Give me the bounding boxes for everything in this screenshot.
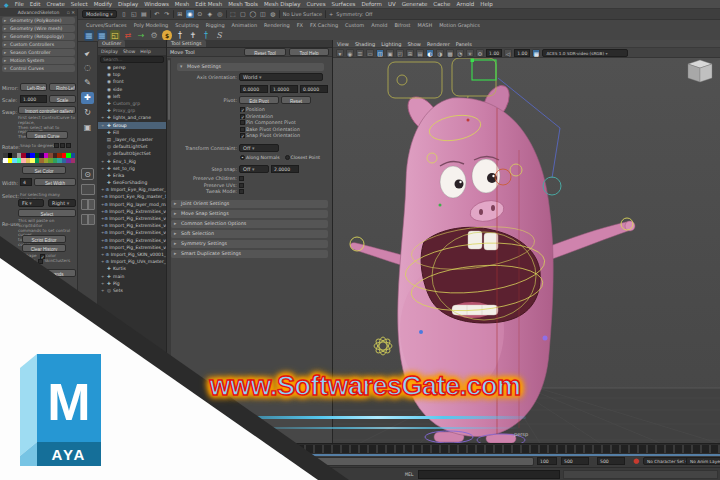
shelf-tool-icon[interactable]: ▦ <box>84 30 94 41</box>
pivot-checkbox[interactable]: Snap Pivot Orientation <box>240 133 300 138</box>
viewport-toolbar-icon[interactable]: ⚙ <box>476 49 484 57</box>
status-icon[interactable] <box>173 10 174 18</box>
playback-end-field[interactable]: 500 <box>561 457 589 465</box>
viewport-menu-item[interactable]: Renderer <box>427 41 450 47</box>
viewport-menu-item[interactable]: Panels <box>456 41 472 47</box>
outliner-item[interactable]: ✚ Erika <box>98 172 166 179</box>
menu-item[interactable]: Mesh <box>175 1 189 7</box>
outliner-item[interactable]: ⊕ Import_Pig_Extremities_v002_ <box>98 237 166 244</box>
pivot-checkbox[interactable]: Position <box>240 107 300 112</box>
collapsible-section[interactable]: Motion System <box>2 57 75 64</box>
script-input[interactable] <box>418 470 560 479</box>
menu-item[interactable]: Edit <box>30 1 41 7</box>
status-icon[interactable]: ⬚ <box>229 10 237 18</box>
mel-label[interactable]: MEL <box>405 472 414 477</box>
anim-layer-selector[interactable]: No Anim Layer <box>686 457 720 465</box>
axis-y-field[interactable]: 1.0000 <box>270 85 298 93</box>
shelf-tab[interactable]: FX Caching <box>310 22 338 28</box>
menu-item[interactable]: Help <box>480 1 493 7</box>
no-live-surface-label[interactable]: No Live Surface <box>283 11 322 17</box>
mirror-right-left-button[interactable]: Right-Left <box>49 83 76 91</box>
preserve-checkbox[interactable] <box>239 176 244 181</box>
symmetry-plus-icon[interactable]: + <box>329 11 333 17</box>
viewport-toolbar-icon[interactable]: ▾ <box>336 49 344 57</box>
exposure-field[interactable]: 1.00 <box>486 49 502 57</box>
character-set-selector[interactable]: No Character Set <box>643 457 691 465</box>
viewport-toolbar-icon[interactable]: ▣ <box>386 49 394 57</box>
status-icon[interactable]: ▢ <box>239 10 247 18</box>
shelf-tab[interactable]: Custom <box>345 22 364 28</box>
status-icon[interactable]: ↶ <box>153 10 161 18</box>
layout-single-pane-button[interactable] <box>81 184 95 195</box>
collapsible-section[interactable]: Season Controller <box>2 49 75 56</box>
move-settings-section[interactable]: Move Settings <box>177 63 324 71</box>
outliner-tab[interactable]: Outliner <box>98 40 125 47</box>
collapsed-section-header[interactable]: Smart Duplicate Settings <box>171 250 328 258</box>
menu-item[interactable]: Curves <box>307 1 326 7</box>
outliner-item[interactable]: ◉ left <box>98 93 166 100</box>
toolbox-tool-icon[interactable]: ✎ <box>81 77 94 89</box>
viewport-toolbar-icon[interactable]: ☀ <box>466 49 474 57</box>
pivot-checkbox[interactable]: Orientation <box>240 114 300 119</box>
collapsed-section-header[interactable]: Common Selection Options <box>171 220 328 228</box>
swap-curve-button[interactable]: Swap Curve <box>26 131 68 139</box>
outliner-menu-item[interactable]: Display <box>101 49 118 54</box>
menu-item[interactable]: Edit Mesh <box>195 1 222 7</box>
pivot-checkbox[interactable]: Bake Pivot Orientation <box>240 127 300 132</box>
symmetry-selector[interactable]: Symmetry: Off <box>336 11 372 17</box>
select-type-dropdown[interactable]: Fk <box>18 199 44 207</box>
outliner-item[interactable]: ⊕ Import_Pig_Extremities_v003_ <box>98 244 166 251</box>
shelf-tab[interactable]: Curves/Surfaces <box>86 22 127 28</box>
menu-item[interactable]: Arnold <box>456 1 474 7</box>
along-normals-radio[interactable]: Along Normals <box>240 155 280 160</box>
outliner-item[interactable]: ✚ Kurtis <box>98 265 166 272</box>
transform-constraint-dropdown[interactable]: Off <box>239 144 279 152</box>
menu-item[interactable]: Surfaces <box>332 1 356 7</box>
outliner-item[interactable]: ✚ Proxy_grp <box>98 107 166 114</box>
viewport-toolbar-icon[interactable]: ◉ <box>346 49 354 57</box>
rotate-z-button[interactable] <box>66 143 71 148</box>
outliner-item[interactable]: ✚ set_to_rig <box>98 165 166 172</box>
collapsed-section-header[interactable]: Joint Orient Settings <box>171 200 328 208</box>
select-side-dropdown[interactable]: Right <box>48 199 76 207</box>
mirror-left-right-button[interactable]: Left-Right <box>20 83 47 91</box>
layout-four-pane-button[interactable] <box>81 214 95 225</box>
outliner-item[interactable]: ✚ Pig <box>98 280 166 287</box>
collapsible-section[interactable]: Control Curves <box>2 65 75 72</box>
set-color-button[interactable]: Set Color <box>22 166 66 174</box>
viewport-toolbar-icon[interactable]: ⊞ <box>406 49 414 57</box>
status-icon[interactable]: ◎ <box>216 10 224 18</box>
toolbox-tool-icon[interactable]: ✚ <box>81 92 94 104</box>
collapsed-section-header[interactable]: Soft Selection <box>171 230 328 238</box>
layout-two-pane-button[interactable] <box>81 199 95 210</box>
status-icon[interactable] <box>279 10 280 18</box>
axis-z-field[interactable]: 0.0000 <box>300 85 328 93</box>
closest-point-radio[interactable]: Closest Point <box>285 155 321 160</box>
rotate-y-button[interactable] <box>60 143 65 148</box>
viewport-menu-item[interactable]: Lighting <box>381 41 401 47</box>
import-controller-gallery-button[interactable]: Import controller gallery <box>18 106 76 114</box>
outliner-item[interactable]: ⊕ Import_Pig_Extremities_v0006_ <box>98 215 166 222</box>
scale-button[interactable]: Scale <box>49 95 76 103</box>
more-commands-button[interactable]: More Commands <box>16 269 76 277</box>
menu-item[interactable]: Cache <box>433 1 450 7</box>
outliner-item[interactable]: ⊕ Import_Pig_Extremities_v001_ <box>98 229 166 236</box>
viewport-toolbar-icon[interactable]: ☰ <box>356 49 364 57</box>
shelf-tab[interactable]: Arnold <box>371 22 387 28</box>
set-width-button[interactable]: Set Width <box>34 178 76 186</box>
menu-item[interactable]: Create <box>47 1 65 7</box>
viewport-toolbar-icon[interactable]: ◰ <box>396 49 404 57</box>
toolbox-tool-icon[interactable]: ► <box>79 44 97 62</box>
step-snap-size-field[interactable]: 2.0000 <box>271 165 299 173</box>
range-slider[interactable] <box>246 457 534 466</box>
outliner-item[interactable]: ⊕ Import_Pig_Extremities_v0004_ <box>98 208 166 215</box>
shelf-tab[interactable]: Bifrost <box>394 22 410 28</box>
viewport-toolbar-icon[interactable]: ◔ <box>456 49 464 57</box>
outliner-menu-item[interactable]: Help <box>140 49 150 54</box>
viewport-menu-item[interactable]: View <box>337 41 349 47</box>
axis-orientation-dropdown[interactable]: World <box>239 73 323 81</box>
toolbox-tool-icon[interactable]: ▣ <box>81 122 94 134</box>
outliner-item[interactable]: ◎ Sets <box>98 287 166 294</box>
status-icon[interactable]: ▯ <box>120 10 128 18</box>
shelf-tab[interactable]: FX <box>297 22 303 28</box>
